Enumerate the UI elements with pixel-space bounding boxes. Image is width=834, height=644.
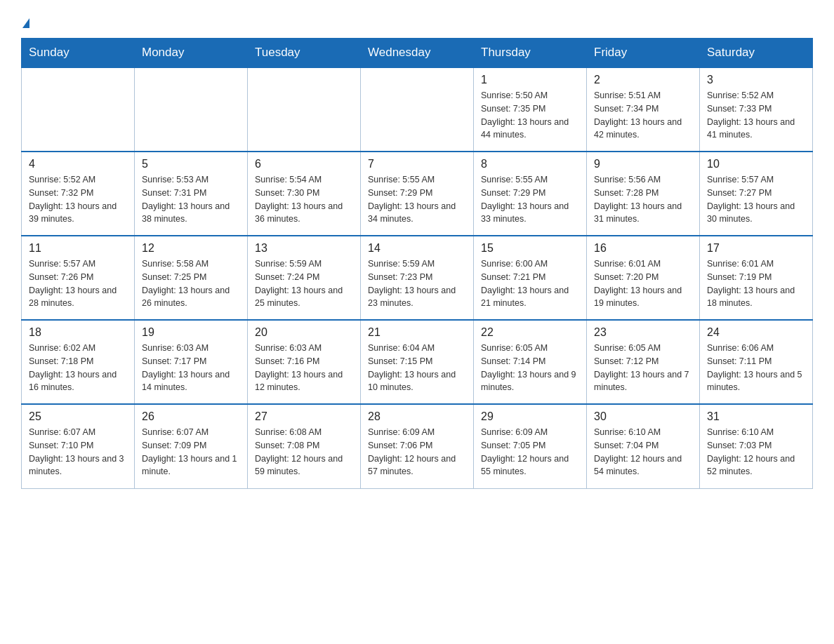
calendar-cell: 15Sunrise: 6:00 AMSunset: 7:21 PMDayligh… (474, 236, 587, 320)
day-info: Sunrise: 6:07 AMSunset: 7:10 PMDaylight:… (29, 426, 127, 478)
day-info: Sunrise: 5:54 AMSunset: 7:30 PMDaylight:… (255, 173, 353, 226)
day-number: 9 (594, 158, 692, 170)
calendar-cell (135, 67, 248, 152)
day-info: Sunrise: 5:51 AMSunset: 7:34 PMDaylight:… (594, 89, 692, 142)
day-number: 22 (481, 326, 579, 339)
calendar-cell (22, 67, 135, 152)
logo (21, 14, 29, 31)
week-row-5: 25Sunrise: 6:07 AMSunset: 7:10 PMDayligh… (22, 404, 813, 488)
day-info: Sunrise: 5:58 AMSunset: 7:25 PMDaylight:… (142, 257, 240, 310)
day-header-tuesday: Tuesday (248, 39, 361, 68)
day-number: 31 (707, 410, 805, 423)
calendar-cell: 25Sunrise: 6:07 AMSunset: 7:10 PMDayligh… (22, 404, 135, 488)
calendar-cell (248, 67, 361, 152)
calendar-cell: 24Sunrise: 6:06 AMSunset: 7:11 PMDayligh… (700, 320, 813, 404)
day-info: Sunrise: 5:59 AMSunset: 7:24 PMDaylight:… (255, 257, 353, 310)
calendar-cell: 20Sunrise: 6:03 AMSunset: 7:16 PMDayligh… (248, 320, 361, 404)
day-header-saturday: Saturday (700, 39, 813, 68)
day-info: Sunrise: 5:50 AMSunset: 7:35 PMDaylight:… (481, 89, 579, 142)
day-number: 26 (142, 410, 240, 423)
day-number: 8 (481, 158, 579, 170)
day-number: 1 (481, 74, 579, 86)
calendar-cell: 21Sunrise: 6:04 AMSunset: 7:15 PMDayligh… (361, 320, 474, 404)
day-header-wednesday: Wednesday (361, 39, 474, 68)
day-info: Sunrise: 6:08 AMSunset: 7:08 PMDaylight:… (255, 426, 353, 478)
calendar-cell: 30Sunrise: 6:10 AMSunset: 7:04 PMDayligh… (587, 404, 700, 488)
day-info: Sunrise: 6:01 AMSunset: 7:19 PMDaylight:… (707, 257, 805, 310)
day-info: Sunrise: 6:00 AMSunset: 7:21 PMDaylight:… (481, 257, 579, 310)
calendar-cell: 6Sunrise: 5:54 AMSunset: 7:30 PMDaylight… (248, 152, 361, 236)
calendar-cell: 19Sunrise: 6:03 AMSunset: 7:17 PMDayligh… (135, 320, 248, 404)
day-number: 3 (707, 74, 805, 86)
day-info: Sunrise: 5:57 AMSunset: 7:26 PMDaylight:… (29, 257, 127, 310)
calendar-cell: 12Sunrise: 5:58 AMSunset: 7:25 PMDayligh… (135, 236, 248, 320)
day-info: Sunrise: 5:55 AMSunset: 7:29 PMDaylight:… (368, 173, 466, 226)
calendar-cell: 13Sunrise: 5:59 AMSunset: 7:24 PMDayligh… (248, 236, 361, 320)
calendar-cell: 11Sunrise: 5:57 AMSunset: 7:26 PMDayligh… (22, 236, 135, 320)
calendar-cell: 18Sunrise: 6:02 AMSunset: 7:18 PMDayligh… (22, 320, 135, 404)
day-number: 14 (368, 242, 466, 255)
day-number: 13 (255, 242, 353, 255)
week-row-2: 4Sunrise: 5:52 AMSunset: 7:32 PMDaylight… (22, 152, 813, 236)
day-number: 25 (29, 410, 127, 423)
week-row-4: 18Sunrise: 6:02 AMSunset: 7:18 PMDayligh… (22, 320, 813, 404)
calendar-cell: 26Sunrise: 6:07 AMSunset: 7:09 PMDayligh… (135, 404, 248, 488)
day-number: 18 (29, 326, 127, 339)
calendar-cell: 17Sunrise: 6:01 AMSunset: 7:19 PMDayligh… (700, 236, 813, 320)
day-number: 29 (481, 410, 579, 423)
day-number: 2 (594, 74, 692, 86)
day-number: 21 (368, 326, 466, 339)
day-info: Sunrise: 5:52 AMSunset: 7:32 PMDaylight:… (29, 173, 127, 226)
day-info: Sunrise: 6:09 AMSunset: 7:06 PMDaylight:… (368, 426, 466, 478)
calendar-cell: 1Sunrise: 5:50 AMSunset: 7:35 PMDaylight… (474, 67, 587, 152)
calendar-cell: 23Sunrise: 6:05 AMSunset: 7:12 PMDayligh… (587, 320, 700, 404)
day-info: Sunrise: 6:03 AMSunset: 7:16 PMDaylight:… (255, 342, 353, 394)
calendar-cell: 8Sunrise: 5:55 AMSunset: 7:29 PMDaylight… (474, 152, 587, 236)
day-number: 19 (142, 326, 240, 339)
day-info: Sunrise: 6:02 AMSunset: 7:18 PMDaylight:… (29, 342, 127, 394)
day-number: 7 (368, 158, 466, 170)
calendar-cell: 31Sunrise: 6:10 AMSunset: 7:03 PMDayligh… (700, 404, 813, 488)
day-info: Sunrise: 6:05 AMSunset: 7:14 PMDaylight:… (481, 342, 579, 394)
calendar-cell: 5Sunrise: 5:53 AMSunset: 7:31 PMDaylight… (135, 152, 248, 236)
calendar-cell: 27Sunrise: 6:08 AMSunset: 7:08 PMDayligh… (248, 404, 361, 488)
day-number: 28 (368, 410, 466, 423)
day-number: 10 (707, 158, 805, 170)
day-number: 24 (707, 326, 805, 339)
day-info: Sunrise: 5:52 AMSunset: 7:33 PMDaylight:… (707, 89, 805, 142)
calendar-header-row: SundayMondayTuesdayWednesdayThursdayFrid… (22, 39, 813, 68)
day-info: Sunrise: 6:07 AMSunset: 7:09 PMDaylight:… (142, 426, 240, 478)
calendar-cell: 29Sunrise: 6:09 AMSunset: 7:05 PMDayligh… (474, 404, 587, 488)
day-info: Sunrise: 6:06 AMSunset: 7:11 PMDaylight:… (707, 342, 805, 394)
day-info: Sunrise: 5:59 AMSunset: 7:23 PMDaylight:… (368, 257, 466, 310)
calendar-cell: 22Sunrise: 6:05 AMSunset: 7:14 PMDayligh… (474, 320, 587, 404)
day-info: Sunrise: 5:57 AMSunset: 7:27 PMDaylight:… (707, 173, 805, 226)
day-number: 11 (29, 242, 127, 255)
day-number: 17 (707, 242, 805, 255)
day-info: Sunrise: 6:10 AMSunset: 7:04 PMDaylight:… (594, 426, 692, 478)
calendar-cell: 14Sunrise: 5:59 AMSunset: 7:23 PMDayligh… (361, 236, 474, 320)
day-header-monday: Monday (135, 39, 248, 68)
page-header (21, 14, 813, 31)
day-header-sunday: Sunday (22, 39, 135, 68)
day-number: 5 (142, 158, 240, 170)
calendar-cell: 2Sunrise: 5:51 AMSunset: 7:34 PMDaylight… (587, 67, 700, 152)
calendar-cell: 7Sunrise: 5:55 AMSunset: 7:29 PMDaylight… (361, 152, 474, 236)
calendar-cell: 4Sunrise: 5:52 AMSunset: 7:32 PMDaylight… (22, 152, 135, 236)
week-row-1: 1Sunrise: 5:50 AMSunset: 7:35 PMDaylight… (22, 67, 813, 152)
day-info: Sunrise: 5:53 AMSunset: 7:31 PMDaylight:… (142, 173, 240, 226)
day-info: Sunrise: 6:03 AMSunset: 7:17 PMDaylight:… (142, 342, 240, 394)
calendar-cell: 9Sunrise: 5:56 AMSunset: 7:28 PMDaylight… (587, 152, 700, 236)
day-info: Sunrise: 6:01 AMSunset: 7:20 PMDaylight:… (594, 257, 692, 310)
day-header-friday: Friday (587, 39, 700, 68)
day-number: 4 (29, 158, 127, 170)
calendar-cell: 3Sunrise: 5:52 AMSunset: 7:33 PMDaylight… (700, 67, 813, 152)
day-number: 12 (142, 242, 240, 255)
day-number: 23 (594, 326, 692, 339)
day-info: Sunrise: 5:56 AMSunset: 7:28 PMDaylight:… (594, 173, 692, 226)
calendar-cell: 28Sunrise: 6:09 AMSunset: 7:06 PMDayligh… (361, 404, 474, 488)
day-number: 20 (255, 326, 353, 339)
day-info: Sunrise: 5:55 AMSunset: 7:29 PMDaylight:… (481, 173, 579, 226)
day-number: 16 (594, 242, 692, 255)
day-info: Sunrise: 6:10 AMSunset: 7:03 PMDaylight:… (707, 426, 805, 478)
